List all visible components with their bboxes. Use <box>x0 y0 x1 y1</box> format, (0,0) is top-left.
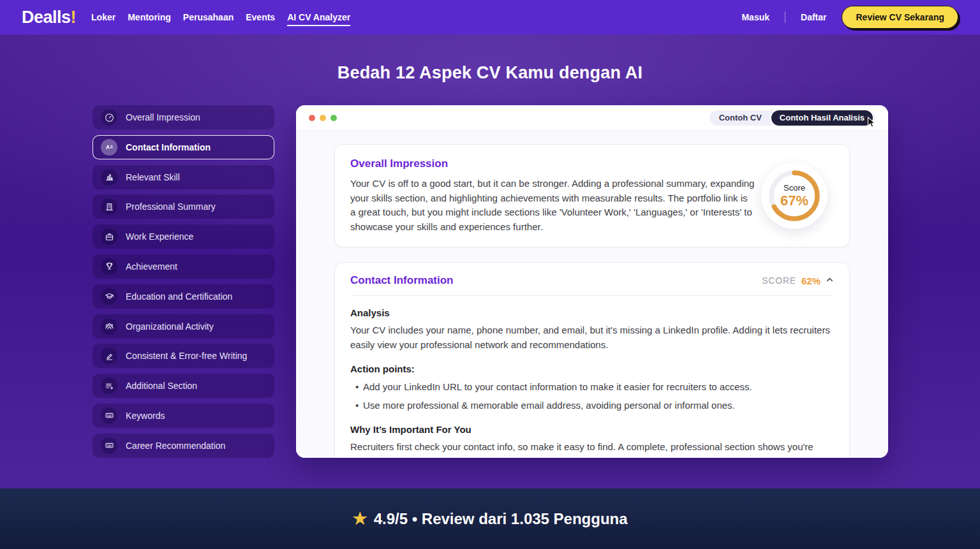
sidebar-item-contact-information[interactable]: Contact Information <box>93 135 274 159</box>
footer-review-text: 4.9/5 • Review dari 1.035 Pengguna <box>374 510 628 528</box>
masuk-link[interactable]: Masuk <box>741 12 769 22</box>
chevron-up-icon <box>826 275 834 286</box>
score-gauge: Score 67% <box>761 163 828 229</box>
sidebar-item-label: Education and Certification <box>126 291 232 302</box>
sidebar-item-label: Work Experience <box>126 231 193 242</box>
score-value: 67% <box>780 193 808 209</box>
sidebar-item-label: Professional Summary <box>126 201 216 212</box>
contact-score-label: SCORE <box>762 275 796 286</box>
sidebar-item-label: Contact Information <box>126 142 211 152</box>
users-icon <box>101 318 117 335</box>
sidebar-item-career-recommendation[interactable]: Career Recommendation <box>93 434 274 458</box>
list-plus-icon <box>101 377 117 394</box>
sidebar-item-organizational-activity[interactable]: Organizational Activity <box>93 314 274 339</box>
nav-item-events[interactable]: Events <box>246 8 275 26</box>
maximize-window-icon <box>330 115 337 121</box>
review-footer: ★ 4.9/5 • Review dari 1.035 Pengguna <box>0 488 980 549</box>
analysis-preview-window: Contoh CV Contoh Hasil Analisis Overall … <box>296 105 888 458</box>
review-cv-button[interactable]: Review CV Sekarang <box>842 6 958 29</box>
close-window-icon <box>309 115 315 121</box>
nav-item-ai-cv-analyzer[interactable]: AI CV Analyzer <box>287 8 350 26</box>
bar-chart-icon <box>101 169 117 186</box>
nav-item-mentoring[interactable]: Mentoring <box>128 8 171 26</box>
traffic-lights <box>309 115 337 121</box>
sidebar-item-consistent-error-free-writing[interactable]: Consistent & Error-free Writing <box>93 344 274 368</box>
why-important-body: Recruiters first check your contact info… <box>350 440 834 458</box>
sidebar-item-label: Consistent & Error-free Writing <box>126 351 247 361</box>
sidebar-item-label: Relevant Skill <box>126 172 180 182</box>
preview-tab-group: Contoh CV Contoh Hasil Analisis <box>709 110 875 126</box>
tab-contoh-cv[interactable]: Contoh CV <box>711 113 770 122</box>
page-title: Bedah 12 Aspek CV Kamu dengan AI <box>0 63 980 83</box>
overall-impression-card: Overall Impression Your CV is off to a g… <box>334 144 850 247</box>
nav-item-loker[interactable]: Loker <box>91 8 115 26</box>
overall-impression-body: Your CV is off to a good start, but it c… <box>350 177 755 234</box>
analysis-heading: Analysis <box>350 307 834 318</box>
graduation-cap-icon <box>101 288 117 305</box>
action-point: Add your LinkedIn URL to your contact in… <box>350 380 834 395</box>
nav-item-perusahaan[interactable]: Perusahaan <box>183 8 234 26</box>
nav-links: Loker Mentoring Perusahaan Events AI CV … <box>91 8 350 26</box>
daftar-link[interactable]: Daftar <box>801 12 826 22</box>
sidebar-item-keywords[interactable]: Keywords <box>93 404 274 428</box>
contact-score-value: 62% <box>801 275 820 286</box>
contact-information-title: Contact Information <box>350 274 454 287</box>
id-card-icon <box>101 139 117 156</box>
star-icon: ★ <box>352 509 367 529</box>
hero-section: Bedah 12 Aspek CV Kamu dengan AI Overall… <box>0 34 980 488</box>
tab-contoh-hasil-analisis[interactable]: Contoh Hasil Analisis <box>770 109 874 127</box>
contact-score-toggle[interactable]: SCORE 62% <box>762 275 834 286</box>
dealls-logo[interactable]: Dealls! <box>22 8 76 27</box>
sidebar-item-label: Achievement <box>126 261 177 272</box>
contact-information-card: Contact Information SCORE 62% Analysis Y… <box>334 262 850 458</box>
sidebar-item-label: Overall Impression <box>126 112 200 122</box>
analysis-body: Your CV includes your name, phone number… <box>350 323 834 352</box>
sidebar-item-label: Organizational Activity <box>126 321 214 332</box>
sidebar-item-label: Keywords <box>126 411 165 421</box>
trophy-icon <box>101 258 117 275</box>
sidebar-item-professional-summary[interactable]: Professional Summary <box>93 194 274 219</box>
keyboard-icon <box>101 437 117 454</box>
sidebar-item-education-and-certification[interactable]: Education and Certification <box>93 284 274 309</box>
gauge-icon <box>101 109 117 126</box>
action-point: Use more professional & memorable email … <box>350 399 834 413</box>
sidebar-item-overall-impression[interactable]: Overall Impression <box>93 105 274 129</box>
why-important-heading: Why It’s Important For You <box>350 424 834 435</box>
sidebar-item-label: Additional Section <box>126 381 197 391</box>
keyboard-icon <box>101 407 117 424</box>
sidebar-item-label: Career Recommendation <box>126 441 225 451</box>
sidebar-item-additional-section[interactable]: Additional Section <box>93 374 274 398</box>
aspect-sidebar: Overall Impression Contact Information R… <box>93 105 274 458</box>
top-navbar: Dealls! Loker Mentoring Perusahaan Event… <box>0 0 980 34</box>
pencil-icon <box>101 348 117 364</box>
analysis-content: Overall Impression Your CV is off to a g… <box>296 131 888 458</box>
nav-divider <box>785 11 785 23</box>
window-header: Contoh CV Contoh Hasil Analisis <box>296 105 888 131</box>
action-points-heading: Action points: <box>350 363 834 374</box>
score-label: Score <box>780 183 808 193</box>
briefcase-icon <box>101 228 117 245</box>
building-icon <box>101 198 117 215</box>
mouse-cursor-icon <box>867 117 877 131</box>
sidebar-item-work-experience[interactable]: Work Experience <box>93 224 274 249</box>
nav-right: Masuk Daftar Review CV Sekarang <box>741 6 958 29</box>
minimize-window-icon <box>320 115 326 121</box>
sidebar-item-achievement[interactable]: Achievement <box>93 254 274 279</box>
overall-impression-title: Overall Impression <box>350 157 755 170</box>
sidebar-item-relevant-skill[interactable]: Relevant Skill <box>93 165 274 189</box>
action-points-list: Add your LinkedIn URL to your contact in… <box>350 380 834 413</box>
